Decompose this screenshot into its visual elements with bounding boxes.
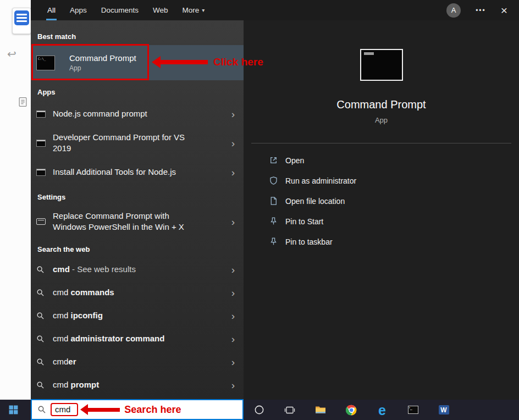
chevron-right-icon[interactable]: › bbox=[227, 109, 235, 119]
file-location-icon bbox=[269, 196, 278, 206]
tab-all[interactable]: All bbox=[40, 0, 63, 20]
command-prompt-button[interactable] bbox=[397, 400, 428, 420]
action-pin-to-taskbar[interactable]: Pin to taskbar bbox=[244, 231, 519, 252]
arrow-head bbox=[80, 404, 88, 415]
result-item[interactable]: Install Additional Tools for Node.js› bbox=[31, 159, 244, 185]
search-icon bbox=[37, 405, 46, 414]
result-item[interactable]: cmd - See web results› bbox=[31, 258, 244, 281]
result-text: cmd prompt bbox=[53, 379, 99, 390]
tab-label: More bbox=[183, 6, 200, 14]
chevron-right-icon[interactable]: › bbox=[227, 264, 235, 275]
section-header-search-the-web: Search the web bbox=[37, 245, 237, 253]
result-text: cmd commands bbox=[53, 287, 114, 298]
chevron-right-icon[interactable]: › bbox=[227, 311, 235, 321]
window-outline-icon bbox=[36, 218, 47, 225]
browser-app-card bbox=[12, 8, 31, 34]
edge-icon: e bbox=[378, 405, 386, 416]
annotation-text-search-here: Search here bbox=[124, 404, 181, 416]
document-list-icon bbox=[18, 97, 27, 107]
task-view-icon bbox=[284, 405, 295, 415]
cortana-icon bbox=[254, 405, 264, 415]
best-match-subtitle: App bbox=[69, 64, 136, 72]
start-button[interactable] bbox=[0, 400, 26, 420]
action-list: OpenRun as administratorOpen file locati… bbox=[244, 150, 519, 252]
action-label: Open file location bbox=[285, 197, 345, 206]
action-label: Run as administrator bbox=[285, 176, 356, 185]
annotation-search-here: Search here bbox=[80, 404, 181, 416]
search-tabs: AllAppsDocumentsWebMore▾ bbox=[40, 0, 212, 20]
task-view-button[interactable] bbox=[274, 400, 305, 420]
preview-title: Command Prompt bbox=[244, 98, 519, 111]
action-run-as-administrator[interactable]: Run as administrator bbox=[244, 170, 519, 191]
result-item[interactable]: cmd prompt› bbox=[31, 373, 244, 396]
search-icon bbox=[36, 289, 47, 297]
result-item[interactable]: Replace Command Prompt with Windows Powe… bbox=[31, 206, 244, 237]
cortana-button[interactable] bbox=[244, 400, 274, 420]
result-sections: AppsNode.js command prompt›Developer Com… bbox=[31, 88, 244, 396]
result-text: cmder bbox=[53, 356, 76, 367]
tab-more[interactable]: More▾ bbox=[175, 0, 212, 20]
command-prompt-icon: C:\_ bbox=[36, 56, 55, 70]
chrome-button[interactable] bbox=[336, 400, 367, 420]
word-icon: W bbox=[439, 405, 449, 415]
screen: ↩ AllAppsDocumentsWebMore▾ A ••• × Best … bbox=[0, 0, 519, 420]
best-match-header: Best match bbox=[37, 32, 237, 41]
section-header-apps: Apps bbox=[37, 88, 237, 96]
search-icon bbox=[36, 358, 47, 366]
open-external-icon bbox=[269, 156, 278, 165]
taskbar-search-box[interactable]: cmd Search here bbox=[31, 399, 244, 420]
file-explorer-icon bbox=[315, 405, 326, 415]
results-list: Best match C:\_ Command Prompt App AppsN… bbox=[31, 20, 244, 400]
action-open[interactable]: Open bbox=[244, 150, 519, 170]
word-button[interactable]: W bbox=[428, 400, 459, 420]
tab-apps[interactable]: Apps bbox=[63, 0, 94, 20]
file-explorer-button[interactable] bbox=[305, 400, 336, 420]
result-text: Install Additional Tools for Node.js bbox=[53, 167, 176, 178]
chevron-right-icon[interactable]: › bbox=[227, 334, 235, 344]
result-item[interactable]: cmd commands› bbox=[31, 281, 244, 304]
command-prompt-icon bbox=[408, 406, 418, 414]
blue-list-icon bbox=[14, 10, 29, 25]
search-icon bbox=[36, 335, 47, 343]
taskbar-icons: eW bbox=[244, 400, 459, 420]
close-icon[interactable]: × bbox=[501, 4, 507, 16]
search-input-value[interactable]: cmd bbox=[51, 403, 78, 416]
tab-label: Documents bbox=[101, 6, 139, 14]
windows-logo-icon bbox=[9, 405, 18, 415]
edge-button[interactable]: e bbox=[367, 400, 397, 420]
tab-documents[interactable]: Documents bbox=[94, 0, 146, 20]
terminal-window-icon bbox=[36, 169, 47, 176]
divider bbox=[251, 143, 511, 143]
background-window: ↩ bbox=[0, 0, 31, 400]
result-item[interactable]: cmd administrator command› bbox=[31, 327, 244, 350]
avatar[interactable]: A bbox=[446, 3, 461, 18]
chevron-right-icon[interactable]: › bbox=[227, 288, 235, 298]
chevron-right-icon[interactable]: › bbox=[227, 167, 235, 178]
chevron-right-icon[interactable]: › bbox=[227, 138, 235, 148]
action-pin-to-start[interactable]: Pin to Start bbox=[244, 211, 519, 231]
arrow-bar bbox=[88, 408, 120, 412]
result-text: cmd ipconfig bbox=[53, 310, 103, 321]
more-options-icon[interactable]: ••• bbox=[476, 7, 486, 14]
pin-icon bbox=[269, 217, 278, 226]
chevron-right-icon[interactable]: › bbox=[227, 217, 235, 227]
result-item[interactable]: cmd ipconfig› bbox=[31, 304, 244, 327]
tab-label: Web bbox=[153, 6, 168, 14]
terminal-window-icon bbox=[36, 110, 47, 118]
best-match-text: Command Prompt App bbox=[69, 53, 136, 72]
best-match-title: Command Prompt bbox=[69, 53, 136, 63]
result-text: Developer Command Prompt for VS 2019 bbox=[53, 132, 190, 154]
chevron-right-icon[interactable]: › bbox=[227, 357, 235, 367]
action-open-file-location[interactable]: Open file location bbox=[244, 191, 519, 211]
result-item[interactable]: Developer Command Prompt for VS 2019› bbox=[31, 127, 244, 159]
tab-web[interactable]: Web bbox=[146, 0, 175, 20]
preview-subtitle: App bbox=[244, 116, 519, 124]
best-match-result[interactable]: C:\_ Command Prompt App bbox=[31, 45, 244, 80]
result-item[interactable]: cmder› bbox=[31, 350, 244, 373]
result-text: Node.js command prompt bbox=[53, 108, 147, 119]
chrome-icon bbox=[346, 405, 357, 416]
result-item[interactable]: Node.js command prompt› bbox=[31, 101, 244, 127]
chevron-right-icon[interactable]: › bbox=[227, 380, 235, 390]
preview-panel: Command Prompt App OpenRun as administra… bbox=[244, 20, 519, 400]
search-topbar: AllAppsDocumentsWebMore▾ A ••• × bbox=[31, 0, 519, 20]
